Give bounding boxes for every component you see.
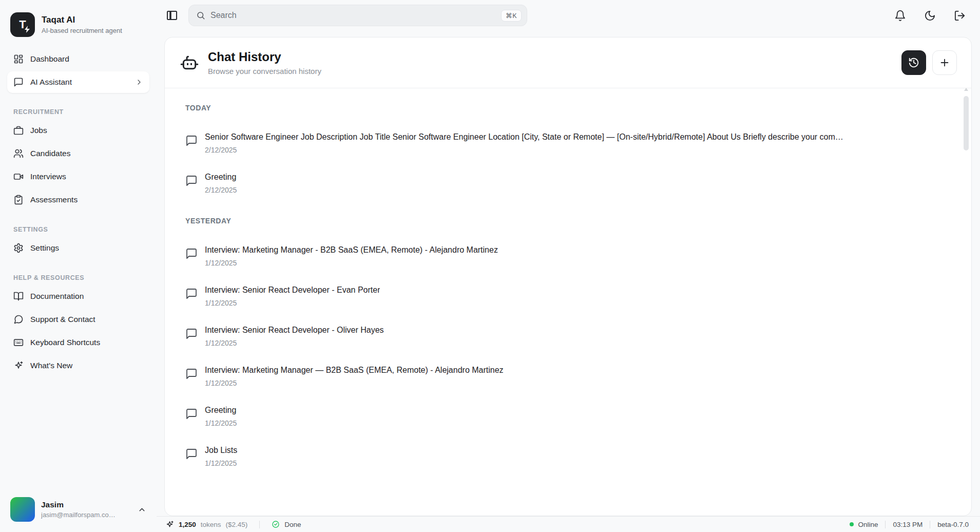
- lightning-bolt-icon: [24, 26, 30, 33]
- sidebar-item-interviews[interactable]: Interviews: [7, 166, 149, 187]
- sidebar-item-label: Dashboard: [30, 54, 69, 64]
- bot-icon: [179, 52, 200, 73]
- chat-title: Greeting: [205, 173, 237, 182]
- sidebar-item-label: AI Assistant: [30, 78, 72, 87]
- logout-icon: [954, 10, 966, 22]
- chevron-up-icon: [138, 505, 146, 514]
- message-icon: [185, 173, 198, 194]
- avatar: [10, 497, 35, 522]
- app-logo: T: [10, 12, 35, 37]
- sidebar-toggle-button[interactable]: [164, 7, 180, 24]
- message-icon: [185, 406, 198, 427]
- message-circle-icon: [13, 314, 24, 325]
- version-label: beta-0.7.0: [937, 521, 969, 528]
- group-label-yesterday: YESTERDAY: [185, 217, 951, 225]
- chat-history-item[interactable]: Interview: Marketing Manager - B2B SaaS …: [185, 245, 951, 267]
- message-icon: [185, 366, 198, 387]
- sidebar-item-label: Settings: [30, 243, 59, 253]
- token-cost: ($2.45): [226, 521, 248, 528]
- users-icon: [13, 148, 24, 159]
- sidebar-item-label: Support & Contact: [30, 315, 95, 324]
- chat-date: 1/12/2025: [205, 299, 380, 307]
- chat-date: 2/12/2025: [205, 186, 237, 194]
- chat-history-item[interactable]: Greeting 2/12/2025: [185, 173, 951, 194]
- check-circle-icon: [272, 520, 280, 528]
- sidebar-item-whats-new[interactable]: What's New: [7, 355, 149, 376]
- sidebar-item-label: Candidates: [30, 149, 70, 158]
- sidebar-item-label: Keyboard Shortcuts: [30, 338, 100, 347]
- chat-title: Job Lists: [205, 446, 237, 455]
- scrollbar-up-arrow[interactable]: [964, 88, 968, 91]
- section-label-help: HELP & RESOURCES: [7, 274, 149, 281]
- chat-history-item[interactable]: Interview: Senior React Developer - Oliv…: [185, 326, 951, 347]
- sidebar-item-label: Jobs: [30, 126, 47, 135]
- theme-toggle-button[interactable]: [922, 8, 938, 24]
- search-shortcut-badge: ⌘K: [501, 10, 522, 22]
- group-label-today: TODAY: [185, 104, 951, 112]
- history-icon: [908, 57, 919, 68]
- chevron-right-icon: [135, 78, 143, 86]
- sidebar-item-candidates[interactable]: Candidates: [7, 143, 149, 164]
- message-icon: [185, 245, 198, 267]
- sidebar-item-documentation[interactable]: Documentation: [7, 286, 149, 307]
- sidebar: T Taqat AI AI-based recruitment agent Da…: [0, 0, 157, 532]
- chat-icon: [13, 77, 24, 87]
- search-bar[interactable]: ⌘K: [188, 5, 527, 26]
- sidebar-item-label: Documentation: [30, 292, 84, 301]
- search-icon: [196, 11, 205, 20]
- message-icon: [185, 132, 198, 154]
- logout-button[interactable]: [952, 8, 968, 24]
- history-button[interactable]: [901, 50, 926, 75]
- section-label-recruitment: RECRUITMENT: [7, 108, 149, 116]
- chat-date: 1/12/2025: [205, 379, 504, 387]
- scrollbar-thumb[interactable]: [964, 96, 969, 150]
- sparkles-icon: [13, 360, 24, 371]
- section-label-settings: SETTINGS: [7, 226, 149, 233]
- book-open-icon: [13, 291, 24, 301]
- sidebar-item-ai-assistant[interactable]: AI Assistant: [7, 71, 149, 93]
- token-label: tokens: [201, 521, 221, 528]
- chat-title: Senior Software Engineer Job Description…: [205, 132, 843, 142]
- panel-left-icon: [166, 9, 178, 22]
- message-icon: [185, 326, 198, 347]
- sidebar-item-label: What's New: [30, 361, 72, 370]
- topbar: ⌘K: [157, 0, 980, 31]
- chat-date: 1/12/2025: [205, 339, 384, 347]
- dashboard-icon: [13, 54, 24, 64]
- sidebar-item-jobs[interactable]: Jobs: [7, 120, 149, 141]
- sidebar-item-keyboard-shortcuts[interactable]: Keyboard Shortcuts: [7, 332, 149, 353]
- moon-icon: [924, 10, 936, 22]
- chat-history-item[interactable]: Interview: Senior React Developer - Evan…: [185, 286, 951, 307]
- notifications-button[interactable]: [892, 8, 908, 24]
- divider: [930, 521, 930, 528]
- chat-history-item[interactable]: Greeting 1/12/2025: [185, 406, 951, 427]
- sidebar-item-support[interactable]: Support & Contact: [7, 309, 149, 330]
- status-time: 03:13 PM: [893, 521, 923, 528]
- status-done-label: Done: [284, 521, 301, 528]
- keyboard-icon: [13, 337, 24, 348]
- new-chat-button[interactable]: [932, 50, 957, 75]
- app-tagline: AI-based recruitment agent: [42, 27, 122, 34]
- sidebar-item-assessments[interactable]: Assessments: [7, 189, 149, 211]
- briefcase-icon: [13, 125, 24, 136]
- brand: T Taqat AI AI-based recruitment agent: [7, 10, 149, 48]
- plus-icon: [939, 57, 950, 68]
- chat-history-item[interactable]: Job Lists 1/12/2025: [185, 446, 951, 467]
- chat-date: 1/12/2025: [205, 259, 498, 267]
- chat-title: Interview: Marketing Manager - B2B SaaS …: [205, 245, 498, 255]
- user-menu[interactable]: Jasim jasim@mailforspam.co…: [7, 493, 149, 526]
- sidebar-item-label: Interviews: [30, 172, 66, 181]
- token-count: 1,250: [179, 521, 196, 528]
- search-input[interactable]: [210, 11, 496, 20]
- clipboard-check-icon: [13, 195, 24, 205]
- sidebar-item-dashboard[interactable]: Dashboard: [7, 48, 149, 70]
- chat-history-item[interactable]: Interview: Marketing Manager — B2B SaaS …: [185, 366, 951, 387]
- chat-history-item[interactable]: Senior Software Engineer Job Description…: [185, 132, 951, 154]
- chat-history-header: Chat History Browse your conversation hi…: [165, 37, 971, 88]
- video-icon: [13, 172, 24, 182]
- chat-history-list: TODAY Senior Software Engineer Job Descr…: [165, 88, 971, 516]
- chat-history-panel: Chat History Browse your conversation hi…: [164, 37, 972, 516]
- online-status-dot: [850, 522, 854, 526]
- chat-title: Interview: Marketing Manager — B2B SaaS …: [205, 366, 504, 375]
- sidebar-item-settings[interactable]: Settings: [7, 237, 149, 259]
